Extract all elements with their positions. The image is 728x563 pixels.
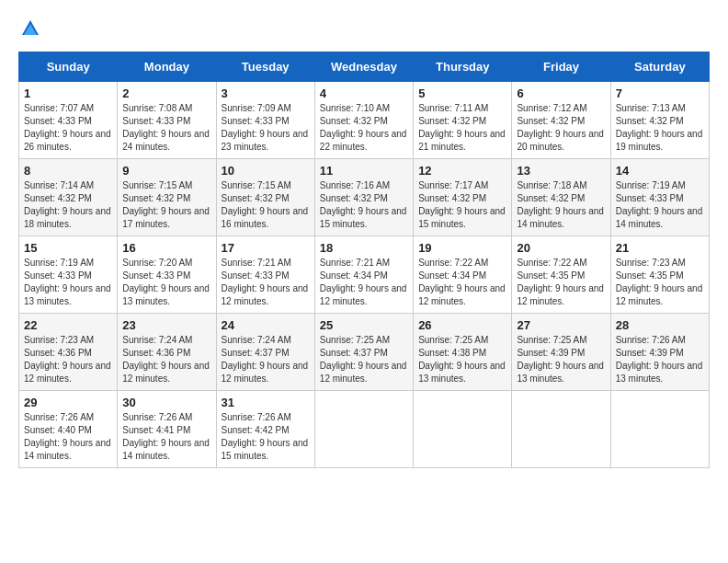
- day-number: 4: [320, 86, 408, 100]
- day-number: 26: [418, 318, 506, 332]
- day-number: 24: [222, 318, 310, 332]
- day-detail: Sunrise: 7:20 AMSunset: 4:33 PMDaylight:…: [122, 258, 210, 306]
- day-detail: Sunrise: 7:23 AMSunset: 4:35 PMDaylight:…: [616, 258, 703, 306]
- day-detail: Sunrise: 7:15 AMSunset: 4:32 PMDaylight:…: [122, 180, 210, 229]
- weekday-header-friday: Friday: [512, 52, 610, 82]
- calendar-cell: 2 Sunrise: 7:08 AMSunset: 4:33 PMDayligh…: [118, 82, 216, 159]
- day-number: 20: [517, 241, 605, 255]
- day-detail: Sunrise: 7:17 AMSunset: 4:32 PMDaylight:…: [418, 180, 506, 229]
- calendar-week-row: 29 Sunrise: 7:26 AMSunset: 4:40 PMDaylig…: [19, 391, 710, 468]
- day-detail: Sunrise: 7:26 AMSunset: 4:39 PMDaylight:…: [616, 335, 703, 384]
- calendar-cell: 1 Sunrise: 7:07 AMSunset: 4:33 PMDayligh…: [19, 82, 118, 159]
- calendar-cell: 9 Sunrise: 7:15 AMSunset: 4:32 PMDayligh…: [118, 159, 216, 236]
- day-number: 23: [122, 318, 210, 332]
- day-detail: Sunrise: 7:10 AMSunset: 4:32 PMDaylight:…: [320, 103, 407, 152]
- weekday-header-sunday: Sunday: [19, 52, 118, 82]
- day-number: 18: [320, 241, 408, 255]
- calendar-cell: 30 Sunrise: 7:26 AMSunset: 4:41 PMDaylig…: [118, 391, 216, 468]
- calendar-cell: 28 Sunrise: 7:26 AMSunset: 4:39 PMDaylig…: [610, 314, 709, 391]
- day-number: 15: [24, 241, 112, 255]
- day-number: 11: [320, 164, 408, 178]
- calendar-cell: 13 Sunrise: 7:18 AMSunset: 4:32 PMDaylig…: [512, 159, 610, 236]
- page-header: [18, 18, 710, 42]
- calendar-cell: 26 Sunrise: 7:25 AMSunset: 4:38 PMDaylig…: [414, 314, 512, 391]
- weekday-header-tuesday: Tuesday: [216, 52, 314, 82]
- day-number: 13: [517, 164, 605, 178]
- calendar-cell: 5 Sunrise: 7:11 AMSunset: 4:32 PMDayligh…: [414, 82, 512, 159]
- day-number: 9: [122, 164, 210, 178]
- day-detail: Sunrise: 7:21 AMSunset: 4:34 PMDaylight:…: [320, 258, 407, 306]
- day-number: 25: [320, 318, 408, 332]
- calendar-cell: 21 Sunrise: 7:23 AMSunset: 4:35 PMDaylig…: [610, 236, 709, 314]
- day-detail: Sunrise: 7:25 AMSunset: 4:37 PMDaylight:…: [320, 335, 407, 384]
- calendar-cell: 18 Sunrise: 7:21 AMSunset: 4:34 PMDaylig…: [314, 236, 413, 314]
- day-number: 16: [122, 241, 210, 255]
- calendar-cell: 8 Sunrise: 7:14 AMSunset: 4:32 PMDayligh…: [19, 159, 118, 236]
- calendar-cell: 29 Sunrise: 7:26 AMSunset: 4:40 PMDaylig…: [19, 391, 118, 468]
- day-detail: Sunrise: 7:11 AMSunset: 4:32 PMDaylight:…: [418, 103, 506, 152]
- calendar-cell: 10 Sunrise: 7:15 AMSunset: 4:32 PMDaylig…: [216, 159, 314, 236]
- day-detail: Sunrise: 7:22 AMSunset: 4:34 PMDaylight:…: [418, 258, 506, 306]
- calendar-cell: [610, 391, 709, 468]
- calendar-cell: 3 Sunrise: 7:09 AMSunset: 4:33 PMDayligh…: [216, 82, 314, 159]
- day-number: 30: [122, 396, 210, 409]
- day-detail: Sunrise: 7:26 AMSunset: 4:40 PMDaylight:…: [24, 412, 111, 461]
- calendar-cell: 6 Sunrise: 7:12 AMSunset: 4:32 PMDayligh…: [512, 82, 610, 159]
- calendar-cell: 12 Sunrise: 7:17 AMSunset: 4:32 PMDaylig…: [414, 159, 512, 236]
- day-detail: Sunrise: 7:09 AMSunset: 4:33 PMDaylight:…: [222, 103, 309, 152]
- calendar-cell: [414, 391, 512, 468]
- day-detail: Sunrise: 7:08 AMSunset: 4:33 PMDaylight:…: [122, 103, 210, 152]
- weekday-header-row: SundayMondayTuesdayWednesdayThursdayFrid…: [19, 52, 710, 82]
- day-detail: Sunrise: 7:24 AMSunset: 4:36 PMDaylight:…: [122, 335, 210, 384]
- day-number: 27: [517, 318, 605, 332]
- calendar-cell: [314, 391, 413, 468]
- calendar-cell: 15 Sunrise: 7:19 AMSunset: 4:33 PMDaylig…: [19, 236, 118, 314]
- day-detail: Sunrise: 7:19 AMSunset: 4:33 PMDaylight:…: [616, 180, 703, 229]
- day-number: 12: [418, 164, 506, 178]
- day-number: 8: [24, 164, 112, 178]
- calendar-cell: [512, 391, 610, 468]
- day-detail: Sunrise: 7:26 AMSunset: 4:42 PMDaylight:…: [222, 412, 309, 461]
- weekday-header-thursday: Thursday: [414, 52, 512, 82]
- calendar-cell: 31 Sunrise: 7:26 AMSunset: 4:42 PMDaylig…: [216, 391, 314, 468]
- calendar-cell: 23 Sunrise: 7:24 AMSunset: 4:36 PMDaylig…: [118, 314, 216, 391]
- day-number: 17: [222, 241, 310, 255]
- calendar-week-row: 15 Sunrise: 7:19 AMSunset: 4:33 PMDaylig…: [19, 236, 710, 314]
- day-detail: Sunrise: 7:14 AMSunset: 4:32 PMDaylight:…: [24, 180, 111, 229]
- day-detail: Sunrise: 7:19 AMSunset: 4:33 PMDaylight:…: [24, 258, 111, 306]
- calendar-cell: 16 Sunrise: 7:20 AMSunset: 4:33 PMDaylig…: [118, 236, 216, 314]
- day-number: 14: [616, 164, 704, 178]
- day-number: 21: [616, 241, 704, 255]
- calendar-cell: 14 Sunrise: 7:19 AMSunset: 4:33 PMDaylig…: [610, 159, 709, 236]
- day-detail: Sunrise: 7:23 AMSunset: 4:36 PMDaylight:…: [24, 335, 111, 384]
- day-detail: Sunrise: 7:12 AMSunset: 4:32 PMDaylight:…: [517, 103, 604, 152]
- calendar-cell: 7 Sunrise: 7:13 AMSunset: 4:32 PMDayligh…: [610, 82, 709, 159]
- calendar-cell: 17 Sunrise: 7:21 AMSunset: 4:33 PMDaylig…: [216, 236, 314, 314]
- day-detail: Sunrise: 7:13 AMSunset: 4:32 PMDaylight:…: [616, 103, 703, 152]
- day-number: 5: [418, 86, 506, 100]
- day-detail: Sunrise: 7:22 AMSunset: 4:35 PMDaylight:…: [517, 258, 604, 306]
- weekday-header-monday: Monday: [118, 52, 216, 82]
- calendar-cell: 4 Sunrise: 7:10 AMSunset: 4:32 PMDayligh…: [314, 82, 413, 159]
- day-number: 6: [517, 86, 605, 100]
- day-number: 28: [616, 318, 704, 332]
- calendar-cell: 24 Sunrise: 7:24 AMSunset: 4:37 PMDaylig…: [216, 314, 314, 391]
- calendar-week-row: 1 Sunrise: 7:07 AMSunset: 4:33 PMDayligh…: [19, 82, 710, 159]
- day-detail: Sunrise: 7:07 AMSunset: 4:33 PMDaylight:…: [24, 103, 111, 152]
- day-detail: Sunrise: 7:26 AMSunset: 4:41 PMDaylight:…: [122, 412, 210, 461]
- calendar-cell: 27 Sunrise: 7:25 AMSunset: 4:39 PMDaylig…: [512, 314, 610, 391]
- day-number: 19: [418, 241, 506, 255]
- day-detail: Sunrise: 7:18 AMSunset: 4:32 PMDaylight:…: [517, 180, 604, 229]
- day-number: 29: [24, 396, 112, 409]
- weekday-header-saturday: Saturday: [610, 52, 709, 82]
- day-detail: Sunrise: 7:25 AMSunset: 4:39 PMDaylight:…: [517, 335, 604, 384]
- calendar-cell: 20 Sunrise: 7:22 AMSunset: 4:35 PMDaylig…: [512, 236, 610, 314]
- day-detail: Sunrise: 7:15 AMSunset: 4:32 PMDaylight:…: [222, 180, 309, 229]
- day-detail: Sunrise: 7:21 AMSunset: 4:33 PMDaylight:…: [222, 258, 309, 306]
- day-number: 7: [616, 86, 704, 100]
- day-detail: Sunrise: 7:24 AMSunset: 4:37 PMDaylight:…: [222, 335, 309, 384]
- calendar-cell: 25 Sunrise: 7:25 AMSunset: 4:37 PMDaylig…: [314, 314, 413, 391]
- day-number: 2: [122, 86, 210, 100]
- calendar-cell: 22 Sunrise: 7:23 AMSunset: 4:36 PMDaylig…: [19, 314, 118, 391]
- day-number: 31: [222, 396, 310, 409]
